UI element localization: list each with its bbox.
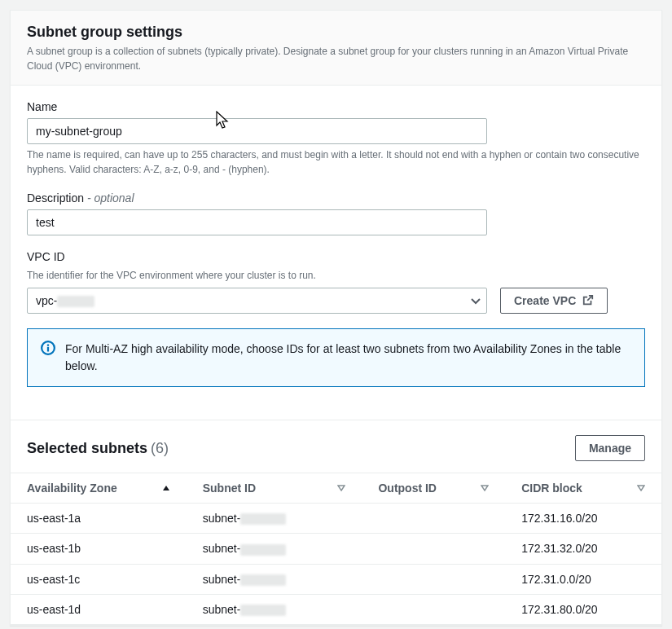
description-group: Description - optional (27, 191, 645, 235)
panel-description: A subnet group is a collection of subnet… (27, 44, 645, 73)
description-input[interactable] (27, 209, 487, 235)
redacted-text (240, 544, 286, 556)
subnets-panel: Selected subnets (6) Manage Availability… (11, 420, 661, 625)
redacted-text (240, 513, 286, 525)
redacted-text (240, 605, 286, 616)
vpc-selected-value: vpc- (36, 294, 94, 307)
panel-header: Subnet group settings A subnet group is … (11, 11, 661, 86)
name-input[interactable] (27, 118, 487, 144)
sort-icon (637, 482, 645, 495)
info-icon (41, 341, 55, 358)
table-row[interactable]: us-east-1c subnet- 172.31.0.0/20 (11, 564, 661, 594)
name-label: Name (27, 100, 645, 113)
cell-outpost (362, 534, 505, 564)
vpc-help: The identifier for the VPC environment w… (27, 268, 645, 283)
vpc-select[interactable]: vpc- (27, 288, 487, 314)
cell-cidr: 172.31.16.0/20 (505, 504, 661, 534)
cell-az: us-east-1d (11, 594, 187, 624)
sort-asc-icon (162, 482, 170, 495)
vpc-label: VPC ID (27, 250, 645, 263)
vpc-group: VPC ID The identifier for the VPC enviro… (27, 250, 645, 314)
col-outpost-id[interactable]: Outpost ID (362, 473, 505, 504)
cell-subnet-id: subnet- (187, 564, 362, 594)
cell-outpost (362, 504, 505, 534)
cell-subnet-id: subnet- (187, 534, 362, 564)
sort-icon (481, 482, 489, 495)
cell-cidr: 172.31.0.0/20 (505, 564, 661, 594)
table-row[interactable]: us-east-1b subnet- 172.31.32.0/20 (11, 534, 661, 564)
manage-label: Manage (589, 442, 631, 455)
subnets-count: (6) (151, 440, 169, 456)
cell-az: us-east-1c (11, 564, 187, 594)
subnet-group-panel: Subnet group settings A subnet group is … (10, 10, 662, 626)
cell-subnet-id: subnet- (187, 594, 362, 624)
table-row[interactable]: us-east-1d subnet- 172.31.80.0/20 (11, 594, 661, 624)
cell-subnet-id: subnet- (187, 504, 362, 534)
create-vpc-label: Create VPC (514, 294, 576, 307)
name-help: The name is required, can have up to 255… (27, 147, 645, 177)
cell-cidr: 172.31.32.0/20 (505, 534, 661, 564)
sort-icon (337, 482, 345, 495)
redacted-text (240, 574, 286, 586)
col-az[interactable]: Availability Zone (11, 473, 187, 504)
svg-rect-2 (47, 345, 49, 346)
cell-az: us-east-1b (11, 534, 187, 564)
external-link-icon (582, 294, 594, 308)
cell-az: us-east-1a (11, 504, 187, 534)
table-row[interactable]: us-east-1a subnet- 172.31.16.0/20 (11, 504, 661, 534)
manage-button[interactable]: Manage (575, 435, 645, 461)
subnets-title: Selected subnets (27, 440, 147, 456)
redacted-text (57, 296, 94, 307)
description-optional: - optional (84, 191, 134, 205)
svg-rect-1 (47, 347, 49, 352)
description-label-text: Description (27, 191, 84, 205)
col-cidr[interactable]: CIDR block (505, 473, 661, 504)
info-text: For Multi-AZ high availability mode, cho… (65, 341, 631, 375)
info-box: For Multi-AZ high availability mode, cho… (27, 328, 645, 387)
cell-cidr: 172.31.80.0/20 (505, 594, 661, 624)
cell-outpost (362, 564, 505, 594)
col-subnet-id[interactable]: Subnet ID (187, 473, 362, 504)
name-group: Name The name is required, can have up t… (27, 100, 645, 177)
description-label: Description - optional (27, 191, 645, 205)
panel-title: Subnet group settings (27, 24, 645, 41)
subnets-table: Availability Zone Subnet ID Outpost ID (11, 473, 661, 625)
cell-outpost (362, 594, 505, 624)
panel-body: Name The name is required, can have up t… (11, 86, 661, 403)
create-vpc-button[interactable]: Create VPC (500, 288, 608, 314)
